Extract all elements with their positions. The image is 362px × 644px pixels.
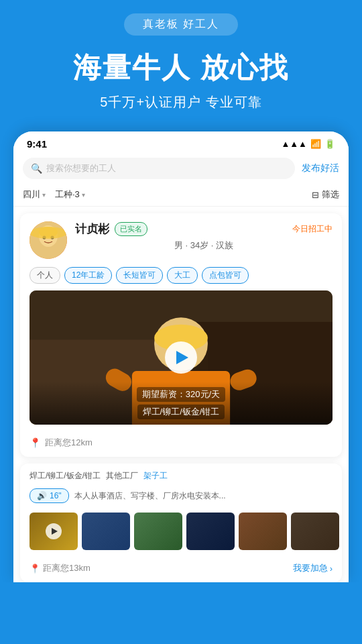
sound-icon: 🔊 bbox=[37, 491, 47, 500]
voice-row: 🔊 16" 本人从事酒店、写字楼、厂房水电安装本... bbox=[20, 486, 342, 508]
worker-card-1[interactable]: 计贞彬 已实名 今日招工中 男 · 34岁 · 汉族 个人 12年工龄 bbox=[20, 213, 342, 457]
filter-icon: ⊟ bbox=[312, 190, 319, 200]
thumb-play-icon bbox=[46, 523, 62, 539]
worker-meta: 男 · 34岁 · 汉族 bbox=[75, 239, 333, 252]
worker-info: 计贞彬 已实名 今日招工中 男 · 34岁 · 汉族 bbox=[75, 221, 333, 252]
wifi-icon: 📶 bbox=[310, 139, 321, 149]
chevron-down-icon-2: ▾ bbox=[82, 191, 85, 199]
voice-description: 本人从事酒店、写字楼、厂房水电安装本... bbox=[74, 490, 226, 502]
thumbnail-4[interactable] bbox=[186, 513, 235, 550]
filter-row: 四川 ▾ 工种·3 ▾ ⊟ 筛选 bbox=[13, 183, 349, 207]
urgent-button[interactable]: 我要加急 › bbox=[293, 562, 333, 574]
location-icon-2: 📍 bbox=[29, 564, 40, 574]
thumbnail-2[interactable] bbox=[82, 513, 130, 550]
worker-card-2[interactable]: 焊工/铆工/钣金/钳工 其他工厂 架子工 🔊 16" 本人从事酒店、写字楼、厂房… bbox=[20, 464, 342, 582]
worker-gender: 男 bbox=[174, 240, 183, 250]
province-label: 四川 bbox=[23, 189, 40, 201]
skill-tags-row: 焊工/铆工/钣金/钳工 其他工厂 架子工 bbox=[20, 464, 342, 486]
worker-name-row: 计贞彬 已实名 今日招工中 bbox=[75, 221, 333, 237]
hiring-status: 今日招工中 bbox=[292, 223, 333, 235]
video-skills: 焊工/铆工/钣金/钳工 bbox=[137, 405, 225, 419]
worker-ethnicity: 汉族 bbox=[216, 240, 233, 250]
thumbnail-6[interactable] bbox=[291, 513, 339, 550]
tag-skill-level: 大工 bbox=[167, 267, 198, 284]
chevron-down-icon: ▾ bbox=[42, 191, 46, 199]
status-bar: 9:41 ▲▲▲ 📶 🔋 bbox=[13, 131, 349, 154]
tag-duration: 长短皆可 bbox=[116, 267, 163, 284]
hero-title: 海量牛人 放心找 bbox=[0, 49, 362, 87]
distance-label-2: 距离您13km bbox=[43, 562, 90, 574]
video-salary: 期望薪资：320元/天 bbox=[137, 387, 225, 402]
job-type-label: 工种·3 bbox=[55, 189, 80, 201]
hero-subtitle: 5千万+认证用户 专业可靠 bbox=[0, 93, 362, 111]
search-bar-row: 🔍 搜索你想要的工人 发布好活 bbox=[13, 154, 349, 183]
worker-name: 计贞彬 bbox=[75, 221, 109, 237]
blue-background-bottom bbox=[0, 582, 362, 602]
tag-package: 点包皆可 bbox=[202, 267, 249, 284]
location-icon: 📍 bbox=[29, 437, 41, 448]
thumbnail-3[interactable] bbox=[134, 513, 182, 550]
play-triangle-icon bbox=[176, 351, 188, 364]
card-footer-2: 📍 距离您13km 我要加急 › bbox=[20, 557, 342, 582]
job-type-filter[interactable]: 工种·3 ▾ bbox=[55, 189, 85, 201]
card-header: 计贞彬 已实名 今日招工中 男 · 34岁 · 汉族 bbox=[20, 213, 342, 264]
search-icon: 🔍 bbox=[31, 163, 42, 174]
skill-tag-1: 焊工/铆工/钣金/钳工 bbox=[29, 470, 101, 482]
voice-duration: 16" bbox=[50, 491, 62, 500]
thumbnail-5[interactable] bbox=[239, 513, 287, 550]
tags-row: 个人 12年工龄 长短皆可 大工 点包皆可 bbox=[20, 264, 342, 290]
skill-tag-2: 其他工厂 bbox=[106, 470, 138, 482]
status-icons: ▲▲▲ 📶 🔋 bbox=[281, 139, 335, 149]
worker-age: 34岁 bbox=[190, 240, 208, 250]
filter-label: 筛选 bbox=[322, 189, 339, 201]
filter-button[interactable]: ⊟ 筛选 bbox=[312, 189, 339, 201]
status-time: 9:41 bbox=[27, 138, 47, 150]
post-job-button[interactable]: 发布好活 bbox=[302, 162, 339, 174]
search-input-wrap[interactable]: 🔍 搜索你想要的工人 bbox=[23, 158, 295, 179]
tag-personal: 个人 bbox=[29, 267, 60, 284]
urgent-label: 我要加急 bbox=[293, 562, 328, 574]
skill-tag-3: 架子工 bbox=[143, 470, 168, 482]
video-area[interactable]: 期望薪资：320元/天 焊工/铆工/钣金/钳工 bbox=[29, 290, 333, 425]
video-overlay: 期望薪资：320元/天 焊工/铆工/钣金/钳工 bbox=[29, 382, 333, 425]
voice-badge[interactable]: 🔊 16" bbox=[29, 488, 69, 503]
tag-experience: 12年工龄 bbox=[64, 267, 112, 284]
play-button[interactable] bbox=[165, 341, 197, 374]
signal-icon: ▲▲▲ bbox=[281, 139, 307, 149]
thumbnails-row bbox=[20, 508, 342, 557]
tagline-badge: 真老板 好工人 bbox=[124, 13, 238, 36]
thumbnail-1[interactable] bbox=[29, 513, 78, 550]
battery-icon: 🔋 bbox=[324, 139, 335, 149]
location-left: 📍 距离您13km bbox=[29, 562, 90, 574]
chevron-right-icon: › bbox=[330, 564, 333, 574]
svg-rect-5 bbox=[29, 227, 67, 239]
phone-mockup: 9:41 ▲▲▲ 📶 🔋 🔍 搜索你想要的工人 发布好活 四川 ▾ 工种·3 bbox=[13, 131, 349, 582]
distance-label: 距离您12km bbox=[45, 437, 93, 449]
card-footer: 📍 距离您12km bbox=[20, 431, 342, 457]
verified-badge: 已实名 bbox=[115, 222, 147, 236]
top-hero-section: 真老板 好工人 海量牛人 放心找 5千万+认证用户 专业可靠 9:41 ▲▲▲ … bbox=[0, 0, 362, 582]
avatar bbox=[29, 221, 67, 259]
search-placeholder: 搜索你想要的工人 bbox=[46, 162, 116, 174]
province-filter[interactable]: 四川 ▾ bbox=[23, 189, 46, 201]
